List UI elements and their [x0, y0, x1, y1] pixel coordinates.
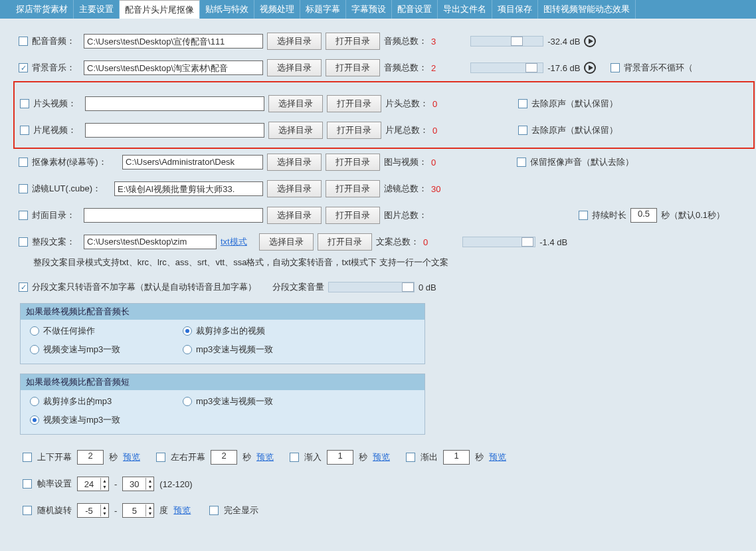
label-dub-audio: 配音音频： — [32, 35, 80, 47]
row-curtain-fade: 上下开幕 2 秒 预览 左右开幕 2 秒 预览 渐入 1 秒 预览 渐出 1 秒… — [23, 444, 749, 471]
slider-segment-volume[interactable] — [328, 282, 415, 292]
checkbox-cover[interactable] — [19, 211, 28, 220]
input-lut-path[interactable]: E:\猿创AI视频批量剪辑大师33. — [114, 181, 263, 196]
radio-long-video-speed[interactable]: 视频变速与mp3一致 — [30, 344, 149, 356]
btn-open-ending[interactable]: 打开目录 — [327, 122, 381, 139]
checkbox-cover-duration[interactable] — [579, 211, 588, 220]
input-fps-max[interactable]: 30▲▼ — [122, 477, 154, 491]
tab-dub-settings[interactable]: 配音设置 — [392, 0, 438, 19]
btn-open-copy[interactable]: 打开目录 — [318, 233, 372, 251]
input-updown-sec[interactable]: 2 — [77, 450, 104, 465]
checkbox-full-display[interactable] — [209, 506, 219, 515]
slider-dub-audio-volume[interactable] — [470, 36, 543, 47]
link-preview-rotate[interactable]: 预览 — [173, 504, 191, 516]
link-preview-lr[interactable]: 预览 — [256, 451, 274, 463]
link-preview-ud[interactable]: 预览 — [123, 451, 140, 463]
checkbox-matte[interactable] — [19, 158, 28, 167]
checkbox-opening[interactable] — [20, 99, 29, 108]
btn-select-bgm[interactable]: 选择目录 — [267, 59, 322, 76]
tab-export-filename[interactable]: 导出文件名 — [438, 0, 492, 19]
input-cover-duration[interactable]: 0.5 — [630, 208, 657, 223]
checkbox-opening-mute[interactable] — [518, 99, 527, 108]
group-title-longer: 如果最终视频比配音音频长 — [21, 304, 425, 320]
btn-open-bgm[interactable]: 打开目录 — [326, 59, 380, 76]
checkbox-random-rotate[interactable] — [23, 506, 32, 515]
slider-copy-volume[interactable] — [462, 237, 535, 247]
slider-bgm-volume[interactable] — [470, 62, 543, 73]
checkbox-dub-audio[interactable] — [19, 37, 28, 46]
label-lr-curtain: 左右开幕 — [171, 451, 205, 463]
input-dub-audio-path[interactable]: C:\Users\test\Desktop\宣传配音\111 — [84, 34, 263, 49]
checkbox-matte-keep-audio[interactable] — [517, 158, 526, 167]
value-copy-db: -1.4 dB — [539, 237, 567, 247]
label-matte-count: 图与视频： — [384, 156, 427, 168]
row-copy: 整段文案： C:\Users\test\Desktop\zim txt模式 选择… — [19, 229, 749, 255]
btn-open-opening[interactable]: 打开目录 — [327, 95, 381, 112]
input-opening-path[interactable] — [85, 96, 264, 111]
checkbox-updown-curtain[interactable] — [23, 453, 32, 462]
radio-long-noop[interactable]: 不做任何操作 — [30, 325, 149, 337]
link-preview-fadeout[interactable]: 预览 — [489, 451, 506, 463]
label-cover-count: 图片总数： — [384, 209, 427, 221]
value-lut-count: 30 — [431, 184, 440, 194]
btn-open-dub-audio[interactable]: 打开目录 — [326, 33, 380, 50]
radio-short-trim-mp3[interactable]: 裁剪掉多出的mp3 — [30, 395, 149, 407]
chevron-down-icon: ▼ — [146, 510, 153, 516]
checkbox-segment-voice-only[interactable] — [19, 282, 28, 292]
radio-long-mp3-speed[interactable]: mp3变速与视频一致 — [183, 344, 302, 356]
input-matte-path[interactable]: C:\Users\Administrator\Desk — [122, 155, 263, 169]
input-fadein-sec[interactable]: 1 — [327, 450, 353, 465]
tab-explore[interactable]: 探店带货素材 — [11, 0, 74, 19]
link-txt-mode[interactable]: txt模式 — [221, 236, 255, 248]
btn-select-dub-audio[interactable]: 选择目录 — [267, 33, 322, 50]
radio-long-trim-video[interactable]: 裁剪掉多出的视频 — [183, 325, 302, 337]
checkbox-fps[interactable] — [23, 479, 32, 489]
btn-open-matte[interactable]: 打开目录 — [326, 154, 380, 171]
checkbox-ending[interactable] — [20, 126, 29, 135]
btn-open-lut[interactable]: 打开目录 — [326, 180, 380, 197]
play-icon[interactable] — [584, 35, 596, 47]
highlight-box: 片头视频： 选择目录 打开目录 片头总数： 0 去除原声（默认保留） 片尾视频：… — [13, 81, 755, 149]
input-copy-path[interactable]: C:\Users\test\Desktop\zim — [84, 235, 217, 249]
checkbox-lr-curtain[interactable] — [156, 453, 165, 462]
tab-title-subtitle[interactable]: 标题字幕 — [300, 0, 346, 19]
checkbox-bgm-noloop[interactable] — [611, 63, 620, 72]
tab-subtitle-preset[interactable]: 字幕预设 — [346, 0, 392, 19]
radio-short-mp3-speed[interactable]: mp3变速与视频一致 — [183, 395, 302, 407]
tab-stickers-fx[interactable]: 贴纸与特效 — [200, 0, 254, 19]
input-cover-path[interactable] — [84, 208, 263, 223]
tab-audio-head-tail-matte[interactable]: 配音片头片尾抠像 — [120, 0, 200, 19]
btn-select-lut[interactable]: 选择目录 — [267, 180, 322, 197]
btn-open-cover[interactable]: 打开目录 — [326, 207, 380, 224]
btn-select-matte[interactable]: 选择目录 — [267, 154, 322, 171]
radio-short-video-speed[interactable]: 视频变速与mp3一致 — [30, 414, 149, 426]
input-rotate-max[interactable]: 5▲▼ — [122, 503, 154, 518]
input-lr-sec[interactable]: 2 — [211, 450, 237, 465]
checkbox-fadeout[interactable] — [406, 453, 415, 462]
btn-select-cover[interactable]: 选择目录 — [267, 207, 322, 224]
input-fadeout-sec[interactable]: 1 — [443, 450, 470, 465]
btn-select-opening[interactable]: 选择目录 — [268, 95, 323, 112]
value-bgm-db: -17.6 dB — [547, 63, 580, 73]
tab-video-process[interactable]: 视频处理 — [254, 0, 300, 19]
checkbox-fadein[interactable] — [290, 453, 299, 462]
checkbox-lut[interactable] — [19, 184, 28, 193]
btn-select-ending[interactable]: 选择目录 — [268, 122, 323, 139]
chevron-up-icon: ▲ — [101, 478, 108, 484]
checkbox-ending-mute[interactable] — [518, 126, 527, 135]
label-opening-mute: 去除原声（默认保留） — [531, 98, 618, 110]
checkbox-copy[interactable] — [19, 237, 28, 247]
tab-main-settings[interactable]: 主要设置 — [74, 0, 120, 19]
play-icon[interactable] — [584, 62, 596, 74]
input-ending-path[interactable] — [85, 123, 264, 138]
row-random-rotate: 随机旋转 -5▲▼ - 5▲▼ 度 预览 完全显示 — [23, 497, 749, 524]
tab-project-save[interactable]: 项目保存 — [492, 0, 538, 19]
input-bgm-path[interactable]: C:\Users\test\Desktop\淘宝素材\配音 — [84, 60, 263, 75]
tab-img2vid-motion[interactable]: 图转视频智能动态效果 — [538, 0, 636, 19]
btn-select-copy[interactable]: 选择目录 — [259, 233, 314, 251]
input-rotate-min[interactable]: -5▲▼ — [77, 503, 109, 518]
checkbox-bgm[interactable] — [19, 63, 28, 72]
link-preview-fadein[interactable]: 预览 — [373, 451, 390, 463]
input-fps-min[interactable]: 24▲▼ — [77, 477, 109, 491]
group-video-shorter: 如果最终视频比配音音频短 裁剪掉多出的mp3 mp3变速与视频一致 视频变速与m… — [20, 374, 425, 435]
